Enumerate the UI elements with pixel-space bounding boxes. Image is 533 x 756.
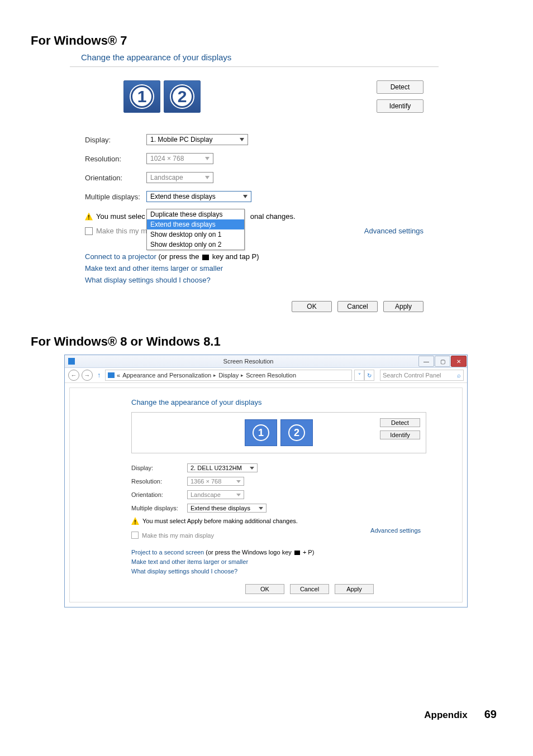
text-size-link[interactable]: Make text and other items larger or smal… <box>131 558 454 565</box>
display-help-link[interactable]: What display settings should I choose? <box>131 568 454 575</box>
resolution-value: 1366 × 768 <box>191 478 221 485</box>
windows-key-icon <box>202 255 209 260</box>
dropdown-option-only1[interactable]: Show desktop only on 1 <box>147 229 244 240</box>
chevron-down-icon <box>205 176 210 179</box>
orientation-select[interactable]: Landscape <box>187 490 244 499</box>
monitor-1-number: 1 <box>253 424 269 441</box>
make-main-label-partial: Make this my m <box>96 227 147 235</box>
multiple-displays-select[interactable]: Extend these displays <box>146 191 251 202</box>
orientation-value: Landscape <box>191 491 221 498</box>
chevron-down-icon <box>205 157 210 160</box>
breadcrumb-c[interactable]: Screen Resolution <box>246 372 296 379</box>
multiple-displays-value: Extend these displays <box>150 193 216 200</box>
make-main-label: Make this my main display <box>142 532 214 539</box>
search-input[interactable]: Search Control Panel ⌕ <box>380 370 464 381</box>
window-icon <box>68 358 75 365</box>
footer-label: Appendix <box>424 710 467 721</box>
detect-button[interactable]: Detect <box>377 80 423 94</box>
display-label: Display: <box>85 136 146 144</box>
refresh-button[interactable]: ↻ <box>364 370 374 381</box>
titlebar: Screen Resolution — ▢ ✕ <box>65 355 467 368</box>
monitor-2-number: 2 <box>171 85 193 108</box>
warning-icon <box>131 517 139 525</box>
resolution-label: Resolution: <box>85 155 146 163</box>
display-help-link[interactable]: What display settings should I choose? <box>85 276 423 284</box>
breadcrumb-b[interactable]: Display <box>218 372 239 379</box>
multiple-displays-label: Multiple displays: <box>85 193 146 201</box>
breadcrumb-sep-icon: ▸ <box>241 372 244 378</box>
windows-key-icon <box>294 551 300 555</box>
identify-button[interactable]: Identify <box>380 430 420 439</box>
address-dropdown-button[interactable]: ˅ <box>354 370 364 381</box>
warning-text: You must select Apply before making addi… <box>142 518 298 524</box>
cancel-button[interactable]: Cancel <box>290 584 329 594</box>
detect-button[interactable]: Detect <box>380 418 420 427</box>
display-select[interactable]: 1. Mobile PC Display <box>146 134 248 145</box>
ok-button[interactable]: OK <box>245 584 284 594</box>
minimize-button[interactable]: — <box>418 356 434 367</box>
multiple-displays-value: Extend these displays <box>191 505 250 511</box>
cancel-button[interactable]: Cancel <box>337 301 378 312</box>
win7-subtitle: Change the appearance of your displays <box>81 52 502 62</box>
monitor-1[interactable]: 1 <box>123 80 160 113</box>
breadcrumb-a[interactable]: Appearance and Personalization <box>122 372 211 379</box>
resolution-select[interactable]: 1366 × 768 <box>187 477 244 486</box>
make-main-checkbox[interactable] <box>85 227 93 235</box>
connect-projector-link[interactable]: Connect to a projector <box>85 252 156 261</box>
back-button[interactable]: ← <box>68 370 79 381</box>
apply-button[interactable]: Apply <box>335 584 374 594</box>
breadcrumb[interactable]: « Appearance and Personalization ▸ Displ… <box>105 370 352 381</box>
display-select[interactable]: 2. DELL U2312HM <box>187 463 258 472</box>
monitor-1[interactable]: 1 <box>245 419 277 446</box>
maximize-button[interactable]: ▢ <box>435 356 450 367</box>
up-button[interactable]: ↑ <box>95 371 103 379</box>
forward-button[interactable]: → <box>82 370 93 381</box>
chevron-down-icon <box>250 467 254 470</box>
resolution-select[interactable]: 1024 × 768 <box>146 153 213 164</box>
orientation-label: Orientation: <box>85 174 146 182</box>
multiple-displays-dropdown[interactable]: Duplicate these displays Extend these di… <box>146 209 245 250</box>
close-button[interactable]: ✕ <box>451 356 467 367</box>
page-number: 69 <box>484 708 497 721</box>
make-main-checkbox[interactable] <box>131 532 139 539</box>
chevron-down-icon <box>259 507 263 510</box>
chevron-down-icon <box>240 138 244 141</box>
warn-text-partial-left: You must selec <box>96 212 145 221</box>
heading-win7: For Windows® 7 <box>31 34 502 48</box>
identify-button[interactable]: Identify <box>377 99 423 113</box>
address-bar: ← → ↑ « Appearance and Personalization ▸… <box>65 368 467 383</box>
display-value: 1. Mobile PC Display <box>150 136 212 143</box>
display-value: 2. DELL U2312HM <box>191 465 242 471</box>
monitor-2[interactable]: 2 <box>164 80 201 113</box>
multiple-displays-select[interactable]: Extend these displays <box>187 504 266 513</box>
dropdown-option-only2[interactable]: Show desktop only on 2 <box>147 240 244 250</box>
orientation-select[interactable]: Landscape <box>146 172 213 183</box>
advanced-settings-link[interactable]: Advanced settings <box>364 227 423 235</box>
monitor-2[interactable]: 2 <box>280 419 313 446</box>
win8-window: Screen Resolution — ▢ ✕ ← → ↑ « Appearan… <box>64 355 468 607</box>
dropdown-option-duplicate[interactable]: Duplicate these displays <box>147 209 244 219</box>
monitor-preview: 1 2 Detect Identify <box>131 412 426 453</box>
search-placeholder: Search Control Panel <box>383 372 441 379</box>
text-size-link[interactable]: Make text and other items larger or smal… <box>85 264 423 272</box>
monitor-preview: 1 2 <box>120 77 204 116</box>
ok-button[interactable]: OK <box>292 301 332 312</box>
multiple-displays-label: Multiple displays: <box>131 505 187 511</box>
monitor-1-number: 1 <box>131 85 153 108</box>
chevron-down-icon <box>236 494 241 496</box>
orientation-label: Orientation: <box>131 491 187 498</box>
orientation-value: Landscape <box>150 174 183 181</box>
control-panel-icon <box>108 372 115 378</box>
advanced-settings-link[interactable]: Advanced settings <box>370 527 421 534</box>
warn-text-partial-right: onal changes. <box>250 212 296 221</box>
apply-button[interactable]: Apply <box>383 301 423 312</box>
breadcrumb-sep-icon: ▸ <box>213 372 216 378</box>
win8-subtitle: Change the appearance of your displays <box>131 398 454 406</box>
warning-icon <box>85 213 93 221</box>
win7-panel: 1 2 Detect Identify Display: 1. Mobile P… <box>70 66 439 315</box>
project-second-screen-link[interactable]: Project to a second screen <box>131 549 204 556</box>
dropdown-option-extend[interactable]: Extend these displays <box>147 219 244 229</box>
breadcrumb-lead: « <box>117 372 120 379</box>
window-title: Screen Resolution <box>78 358 418 365</box>
resolution-value: 1024 × 768 <box>150 155 184 162</box>
